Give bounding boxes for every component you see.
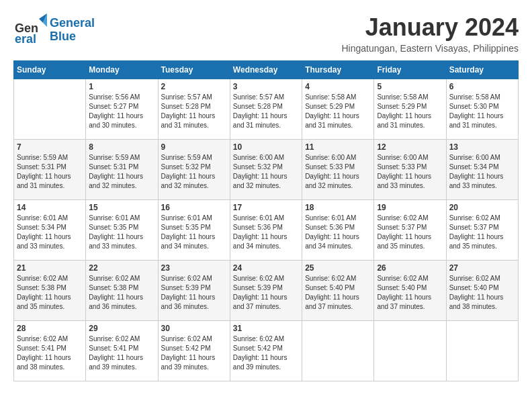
month-year-title: January 2024: [341, 13, 519, 42]
day-number: 5: [377, 82, 443, 91]
day-number: 21: [17, 263, 83, 273]
day-number: 11: [305, 142, 371, 152]
calendar-day-cell: 30Sunrise: 6:02 AMSunset: 5:42 PMDayligh…: [158, 321, 230, 381]
calendar-day-cell: 9Sunrise: 5:59 AMSunset: 5:32 PMDaylight…: [158, 140, 230, 200]
calendar-day-cell: 31Sunrise: 6:02 AMSunset: 5:42 PMDayligh…: [230, 321, 302, 381]
day-number: 8: [89, 142, 154, 152]
day-info: Sunrise: 6:00 AMSunset: 5:32 PMDaylight:…: [233, 153, 299, 191]
day-info: Sunrise: 6:02 AMSunset: 5:37 PMDaylight:…: [377, 214, 443, 251]
day-number: 15: [89, 203, 154, 212]
calendar-day-cell: 1Sunrise: 5:56 AMSunset: 5:27 PMDaylight…: [86, 79, 158, 140]
logo: Gen eral General Blue: [13, 13, 95, 47]
title-block: January 2024 Hingatungan, Eastern Visaya…: [341, 13, 519, 54]
calendar-day-cell: 27Sunrise: 6:02 AMSunset: 5:40 PMDayligh…: [446, 261, 518, 321]
day-info: Sunrise: 6:00 AMSunset: 5:33 PMDaylight:…: [305, 153, 371, 191]
day-info: Sunrise: 5:57 AMSunset: 5:28 PMDaylight:…: [161, 93, 227, 130]
calendar-day-cell: 16Sunrise: 6:01 AMSunset: 5:35 PMDayligh…: [158, 200, 230, 261]
day-number: 10: [233, 142, 299, 152]
day-info: Sunrise: 6:00 AMSunset: 5:34 PMDaylight:…: [449, 153, 515, 191]
day-number: 7: [17, 142, 83, 152]
calendar-day-cell: 14Sunrise: 6:01 AMSunset: 5:34 PMDayligh…: [14, 200, 86, 261]
calendar-day-cell: 12Sunrise: 6:00 AMSunset: 5:33 PMDayligh…: [374, 140, 446, 200]
day-info: Sunrise: 6:02 AMSunset: 5:37 PMDaylight:…: [449, 214, 515, 251]
day-number: 28: [17, 324, 83, 333]
day-number: 9: [161, 142, 227, 152]
calendar-day-cell: 5Sunrise: 5:58 AMSunset: 5:29 PMDaylight…: [374, 79, 446, 140]
days-header-row: SundayMondayTuesdayWednesdayThursdayFrid…: [14, 61, 519, 79]
day-info: Sunrise: 6:00 AMSunset: 5:33 PMDaylight:…: [377, 153, 443, 191]
logo-icon: Gen eral: [13, 13, 47, 47]
calendar-day-cell: 29Sunrise: 6:02 AMSunset: 5:41 PMDayligh…: [86, 321, 158, 381]
day-info: Sunrise: 6:02 AMSunset: 5:38 PMDaylight:…: [89, 274, 154, 312]
calendar-day-cell: 21Sunrise: 6:02 AMSunset: 5:38 PMDayligh…: [14, 261, 86, 321]
day-info: Sunrise: 6:01 AMSunset: 5:36 PMDaylight:…: [305, 214, 371, 251]
calendar-day-cell: 25Sunrise: 6:02 AMSunset: 5:40 PMDayligh…: [302, 261, 374, 321]
day-number: 20: [449, 203, 515, 212]
day-number: 12: [377, 142, 443, 152]
day-number: 14: [17, 203, 83, 212]
day-of-week-header: Saturday: [446, 61, 518, 79]
day-info: Sunrise: 6:02 AMSunset: 5:42 PMDaylight:…: [233, 334, 299, 372]
calendar-day-cell: 11Sunrise: 6:00 AMSunset: 5:33 PMDayligh…: [302, 140, 374, 200]
day-info: Sunrise: 6:01 AMSunset: 5:34 PMDaylight:…: [17, 214, 83, 251]
calendar-day-cell: [374, 321, 446, 381]
day-info: Sunrise: 6:02 AMSunset: 5:41 PMDaylight:…: [17, 334, 83, 372]
day-info: Sunrise: 6:02 AMSunset: 5:40 PMDaylight:…: [449, 274, 515, 312]
calendar-day-cell: 24Sunrise: 6:02 AMSunset: 5:39 PMDayligh…: [230, 261, 302, 321]
day-info: Sunrise: 5:58 AMSunset: 5:29 PMDaylight:…: [377, 93, 443, 130]
day-info: Sunrise: 5:58 AMSunset: 5:29 PMDaylight:…: [305, 93, 371, 130]
svg-text:eral: eral: [15, 32, 36, 46]
day-info: Sunrise: 5:59 AMSunset: 5:32 PMDaylight:…: [161, 153, 227, 191]
day-number: 26: [377, 263, 443, 273]
calendar-day-cell: 19Sunrise: 6:02 AMSunset: 5:37 PMDayligh…: [374, 200, 446, 261]
calendar-week-row: 28Sunrise: 6:02 AMSunset: 5:41 PMDayligh…: [14, 321, 519, 381]
calendar-day-cell: 15Sunrise: 6:01 AMSunset: 5:35 PMDayligh…: [86, 200, 158, 261]
day-info: Sunrise: 6:01 AMSunset: 5:36 PMDaylight:…: [233, 214, 299, 251]
day-of-week-header: Sunday: [14, 61, 86, 79]
calendar-day-cell: 3Sunrise: 5:57 AMSunset: 5:28 PMDaylight…: [230, 79, 302, 140]
page-header: Gen eral General Blue January 2024 Hinga…: [13, 13, 519, 54]
day-info: Sunrise: 6:02 AMSunset: 5:41 PMDaylight:…: [89, 334, 154, 372]
calendar-table: SundayMondayTuesdayWednesdayThursdayFrid…: [13, 60, 519, 381]
calendar-day-cell: 20Sunrise: 6:02 AMSunset: 5:37 PMDayligh…: [446, 200, 518, 261]
calendar-day-cell: [302, 321, 374, 381]
day-number: 25: [305, 263, 371, 273]
calendar-day-cell: 18Sunrise: 6:01 AMSunset: 5:36 PMDayligh…: [302, 200, 374, 261]
day-info: Sunrise: 5:59 AMSunset: 5:31 PMDaylight:…: [17, 153, 83, 191]
day-info: Sunrise: 6:02 AMSunset: 5:38 PMDaylight:…: [17, 274, 83, 312]
calendar-day-cell: 26Sunrise: 6:02 AMSunset: 5:40 PMDayligh…: [374, 261, 446, 321]
day-info: Sunrise: 6:02 AMSunset: 5:40 PMDaylight:…: [305, 274, 371, 312]
day-info: Sunrise: 5:59 AMSunset: 5:31 PMDaylight:…: [89, 153, 154, 191]
day-info: Sunrise: 6:01 AMSunset: 5:35 PMDaylight:…: [161, 214, 227, 251]
calendar-day-cell: 4Sunrise: 5:58 AMSunset: 5:29 PMDaylight…: [302, 79, 374, 140]
day-number: 13: [449, 142, 515, 152]
day-number: 16: [161, 203, 227, 212]
day-number: 23: [161, 263, 227, 273]
calendar-day-cell: 23Sunrise: 6:02 AMSunset: 5:39 PMDayligh…: [158, 261, 230, 321]
location-subtitle: Hingatungan, Eastern Visayas, Philippine…: [341, 43, 519, 54]
day-number: 6: [449, 82, 515, 91]
day-number: 4: [305, 82, 371, 91]
day-number: 27: [449, 263, 515, 273]
calendar-day-cell: 7Sunrise: 5:59 AMSunset: 5:31 PMDaylight…: [14, 140, 86, 200]
calendar-day-cell: 13Sunrise: 6:00 AMSunset: 5:34 PMDayligh…: [446, 140, 518, 200]
day-info: Sunrise: 6:02 AMSunset: 5:40 PMDaylight:…: [377, 274, 443, 312]
day-number: 1: [89, 82, 154, 91]
day-info: Sunrise: 6:02 AMSunset: 5:42 PMDaylight:…: [161, 334, 227, 372]
calendar-week-row: 14Sunrise: 6:01 AMSunset: 5:34 PMDayligh…: [14, 200, 519, 261]
day-of-week-header: Thursday: [302, 61, 374, 79]
day-of-week-header: Wednesday: [230, 61, 302, 79]
calendar-day-cell: 10Sunrise: 6:00 AMSunset: 5:32 PMDayligh…: [230, 140, 302, 200]
day-info: Sunrise: 6:01 AMSunset: 5:35 PMDaylight:…: [89, 214, 154, 251]
calendar-day-cell: [14, 79, 86, 140]
day-number: 24: [233, 263, 299, 273]
calendar-week-row: 21Sunrise: 6:02 AMSunset: 5:38 PMDayligh…: [14, 261, 519, 321]
day-info: Sunrise: 5:56 AMSunset: 5:27 PMDaylight:…: [89, 93, 154, 130]
day-info: Sunrise: 6:02 AMSunset: 5:39 PMDaylight:…: [233, 274, 299, 312]
calendar-day-cell: 17Sunrise: 6:01 AMSunset: 5:36 PMDayligh…: [230, 200, 302, 261]
calendar-day-cell: [446, 321, 518, 381]
day-number: 22: [89, 263, 154, 273]
calendar-day-cell: 6Sunrise: 5:58 AMSunset: 5:30 PMDaylight…: [446, 79, 518, 140]
logo-text: General Blue: [50, 17, 95, 44]
day-info: Sunrise: 6:02 AMSunset: 5:39 PMDaylight:…: [161, 274, 227, 312]
